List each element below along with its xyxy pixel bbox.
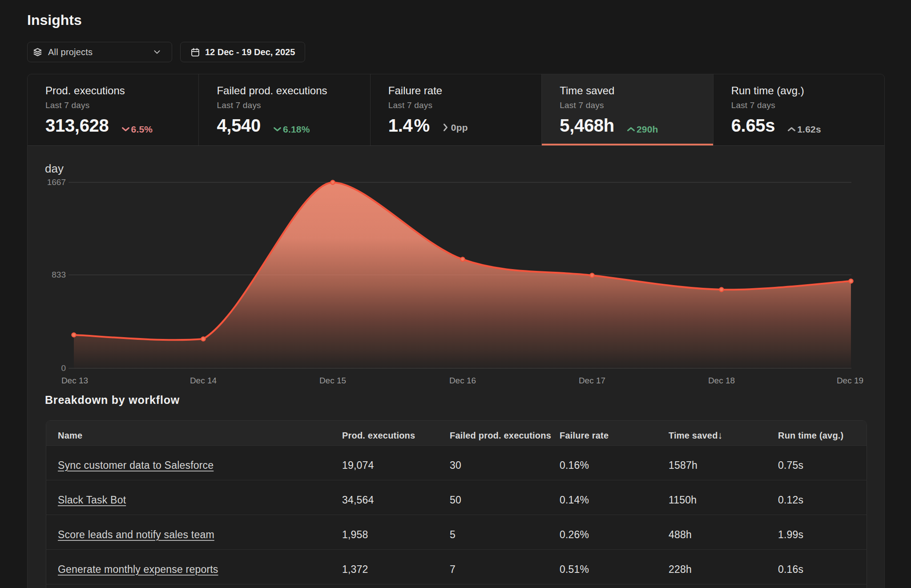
svg-text:Dec 18: Dec 18 (708, 376, 735, 385)
svg-text:833: 833 (52, 270, 66, 279)
svg-text:0: 0 (61, 363, 66, 373)
svg-text:day: day (45, 162, 64, 175)
svg-text:Dec 19: Dec 19 (837, 376, 863, 385)
svg-text:Dec 16: Dec 16 (449, 376, 476, 385)
svg-text:Dec 17: Dec 17 (579, 376, 605, 385)
svg-text:Dec 14: Dec 14 (190, 376, 217, 385)
svg-text:Dec 13: Dec 13 (61, 376, 88, 385)
svg-text:1667: 1667 (47, 177, 66, 187)
svg-text:Dec 15: Dec 15 (319, 376, 346, 385)
